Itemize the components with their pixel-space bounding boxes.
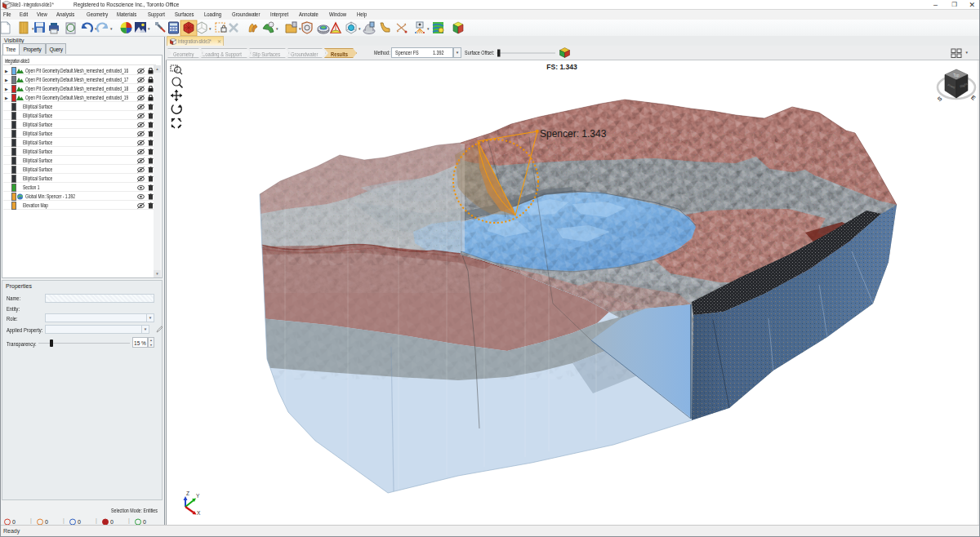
svg-text:X: X bbox=[197, 510, 201, 516]
svg-text:Spencer: 1.343: Spencer: 1.343 bbox=[540, 128, 607, 140]
svg-text:▾: ▾ bbox=[32, 26, 34, 31]
svg-text:▾: ▾ bbox=[359, 26, 361, 31]
svg-text:Y: Y bbox=[196, 493, 200, 499]
svg-text:▾: ▾ bbox=[276, 26, 278, 31]
svg-text:▾: ▾ bbox=[299, 26, 301, 31]
svg-text:Z: Z bbox=[186, 490, 189, 496]
svg-text:S: S bbox=[937, 95, 943, 103]
svg-text:▾: ▾ bbox=[427, 26, 430, 31]
svg-text:▾: ▾ bbox=[209, 26, 212, 31]
svg-text:▾: ▾ bbox=[110, 26, 113, 31]
svg-text:Top: Top bbox=[953, 73, 960, 78]
svg-text:▾: ▾ bbox=[148, 26, 150, 31]
svg-text:FS: 1.343: FS: 1.343 bbox=[546, 63, 577, 71]
